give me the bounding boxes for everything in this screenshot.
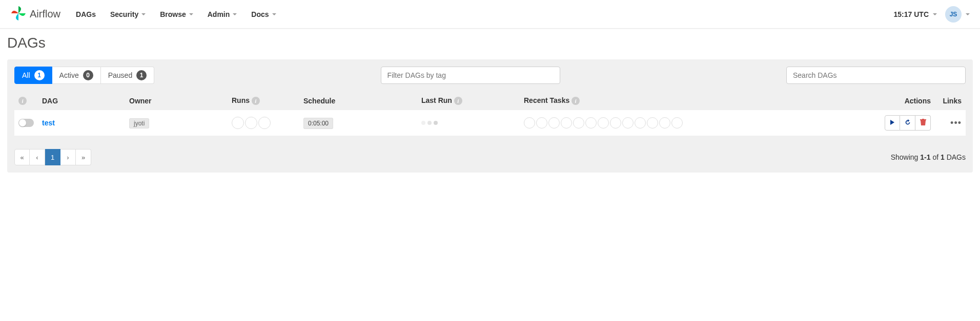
showing-prefix: Showing [891, 153, 921, 161]
col-runs: Runs i [228, 91, 299, 110]
col-last-run: Last Run i [417, 91, 520, 110]
main-panel: All 1 Active 0 Paused 1 [7, 59, 973, 173]
dag-table: i DAG Owner Runs i Schedule Last Run i R… [14, 91, 966, 136]
task-status-circle[interactable] [524, 117, 535, 129]
trigger-dag-button[interactable] [885, 115, 900, 131]
status-filter-group: All 1 Active 0 Paused 1 [14, 67, 154, 84]
run-status-circle[interactable] [258, 117, 271, 129]
avatar-initials: JS [950, 11, 957, 18]
task-status-circle[interactable] [598, 117, 609, 129]
nav-docs[interactable]: Docs [251, 10, 276, 18]
showing-of: of [931, 153, 941, 161]
time-display[interactable]: 15:17 UTC [894, 10, 937, 18]
page-current[interactable]: 1 [45, 149, 60, 165]
nav-browse-label: Browse [160, 10, 186, 18]
pause-toggle[interactable] [18, 119, 34, 127]
loading-dot [434, 121, 438, 125]
col-dag[interactable]: DAG [38, 91, 125, 110]
nav-security-label: Security [110, 10, 138, 18]
nav-dags[interactable]: DAGs [76, 10, 96, 18]
footer-row: « ‹ 1 › » Showing 1-1 of 1 DAGs [14, 149, 966, 168]
info-icon[interactable]: i [18, 97, 27, 105]
col-last-run-label: Last Run [421, 96, 452, 104]
task-status-circle[interactable] [573, 117, 584, 129]
tag-filter-input[interactable] [381, 67, 560, 84]
nav-links: DAGs Security Browse Admin Docs [76, 10, 276, 18]
filter-all[interactable]: All 1 [14, 67, 52, 84]
search-box [786, 67, 966, 84]
more-links-button[interactable]: ••• [950, 118, 962, 128]
task-status-circle[interactable] [610, 117, 621, 129]
navbar: Airflow DAGs Security Browse Admin Docs … [0, 0, 980, 29]
nav-admin-label: Admin [208, 10, 230, 18]
task-status-circle[interactable] [635, 117, 646, 129]
info-icon[interactable]: i [454, 97, 462, 105]
loading-dot [421, 121, 425, 125]
filter-active-label: Active [59, 71, 79, 79]
filter-all-count: 1 [34, 70, 45, 80]
dag-name-link[interactable]: test [42, 119, 55, 127]
delete-dag-button[interactable] [915, 115, 931, 131]
task-status-circle[interactable] [671, 117, 683, 129]
chevron-down-icon [272, 13, 276, 15]
time-text: 15:17 UTC [894, 10, 929, 18]
task-status-circle[interactable] [659, 117, 670, 129]
refresh-dag-button[interactable] [900, 115, 915, 131]
page-first[interactable]: « [14, 149, 30, 165]
run-status-circle[interactable] [245, 117, 257, 129]
nav-admin[interactable]: Admin [208, 10, 237, 18]
task-status-circle[interactable] [536, 117, 547, 129]
showing-range: 1-1 [920, 153, 930, 161]
loading-dot [427, 121, 432, 125]
trash-icon [920, 119, 926, 127]
info-icon[interactable]: i [252, 97, 260, 105]
task-status-circle[interactable] [561, 117, 572, 129]
chevron-down-icon [933, 13, 937, 15]
chevron-down-icon [966, 13, 970, 15]
nav-browse[interactable]: Browse [160, 10, 193, 18]
showing-text: Showing 1-1 of 1 DAGs [891, 153, 966, 161]
page-last[interactable]: » [76, 149, 91, 165]
showing-total: 1 [941, 153, 945, 161]
play-icon [889, 119, 895, 127]
showing-suffix: DAGs [945, 153, 966, 161]
task-status-circle[interactable] [548, 117, 560, 129]
owner-tag[interactable]: jyoti [129, 118, 149, 129]
refresh-icon [904, 119, 911, 127]
info-icon[interactable]: i [571, 97, 580, 105]
nav-right: 15:17 UTC JS [894, 6, 970, 23]
pagination: « ‹ 1 › » [14, 149, 91, 165]
brand[interactable]: Airflow [10, 5, 60, 23]
task-status-circle[interactable] [647, 117, 658, 129]
schedule-tag[interactable]: 0:05:00 [303, 118, 333, 129]
airflow-pinwheel-logo-icon [10, 5, 27, 23]
table-row: test jyoti 0:05:00 [14, 110, 966, 136]
col-links: Links [935, 91, 966, 110]
page: DAGs All 1 Active 0 Paused 1 [0, 29, 980, 179]
table-header-row: i DAG Owner Runs i Schedule Last Run i R… [14, 91, 966, 110]
task-status-circle[interactable] [622, 117, 634, 129]
nav-docs-label: Docs [251, 10, 269, 18]
filter-paused-count: 1 [136, 70, 147, 80]
chevron-down-icon [233, 13, 237, 15]
page-next[interactable]: › [60, 149, 76, 165]
action-buttons [885, 115, 931, 131]
search-input[interactable] [786, 67, 966, 84]
col-actions: Actions [881, 91, 935, 110]
page-prev[interactable]: ‹ [30, 149, 45, 165]
task-status-circle[interactable] [585, 117, 597, 129]
chevron-down-icon [189, 13, 193, 15]
user-menu[interactable]: JS [945, 6, 970, 23]
nav-security[interactable]: Security [110, 10, 146, 18]
col-owner[interactable]: Owner [125, 91, 228, 110]
tag-filter [381, 67, 560, 84]
chevron-down-icon [141, 13, 146, 15]
recent-tasks-circles [524, 117, 876, 129]
filter-all-label: All [22, 71, 30, 79]
filter-active[interactable]: Active 0 [52, 67, 101, 84]
col-runs-label: Runs [232, 96, 250, 104]
filter-paused[interactable]: Paused 1 [101, 67, 154, 84]
runs-circles [232, 117, 295, 129]
col-schedule: Schedule [299, 91, 417, 110]
run-status-circle[interactable] [232, 117, 244, 129]
